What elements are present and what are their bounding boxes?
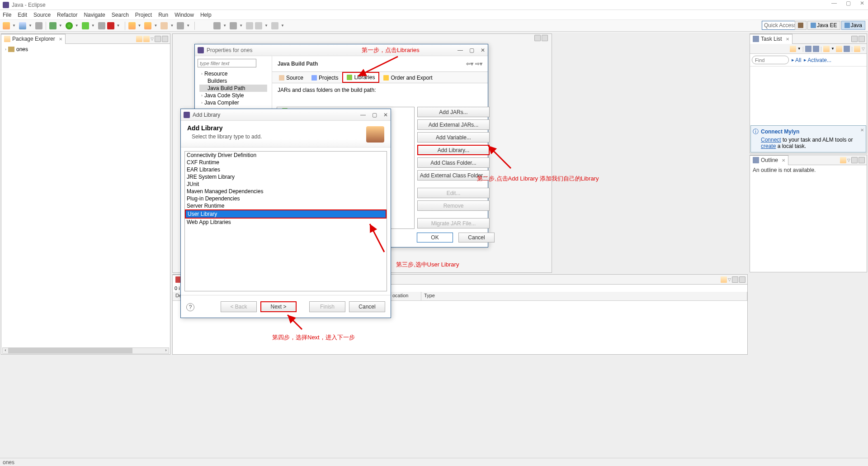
save-icon[interactable] bbox=[19, 22, 26, 29]
package-explorer-tab[interactable]: Package Explorer ✕ bbox=[1, 34, 66, 44]
filter-input[interactable] bbox=[198, 59, 256, 67]
all-filter[interactable]: ▸ All bbox=[792, 57, 801, 63]
lib-jre[interactable]: JRE System Library bbox=[185, 173, 387, 181]
scrollbar-thumb[interactable] bbox=[8, 348, 132, 353]
open-perspective-button[interactable] bbox=[795, 21, 807, 30]
open-icon[interactable] bbox=[160, 22, 168, 29]
minimize-icon[interactable]: — bbox=[360, 112, 366, 118]
scroll-right-icon[interactable]: › bbox=[163, 348, 169, 353]
connect-link[interactable]: Connect bbox=[761, 137, 781, 143]
minimize-icon[interactable]: — bbox=[458, 47, 463, 53]
menu-window[interactable]: Window bbox=[175, 12, 194, 18]
new-task-icon[interactable] bbox=[790, 46, 796, 52]
minimize-panel-icon[interactable] bbox=[732, 276, 738, 283]
fwd2-nav-icon[interactable] bbox=[271, 22, 278, 29]
add-variable-button[interactable]: Add Variable... bbox=[417, 132, 490, 143]
run-last-icon[interactable] bbox=[82, 22, 89, 29]
migrate-jar-button[interactable]: Migrate JAR File... bbox=[417, 218, 490, 228]
collapse-icon[interactable] bbox=[844, 46, 850, 52]
maximize-panel-icon[interactable] bbox=[859, 157, 865, 163]
lib-ear[interactable]: EAR Libraries bbox=[185, 166, 387, 173]
maximize-icon[interactable]: ▢ bbox=[372, 112, 377, 118]
find-input[interactable] bbox=[752, 56, 789, 64]
filter-icon[interactable] bbox=[854, 46, 860, 52]
categorize-icon[interactable] bbox=[805, 46, 811, 52]
library-type-list[interactable]: Connectivity Driver Definition CXF Runti… bbox=[184, 151, 387, 291]
add-library-button[interactable]: Add Library... bbox=[417, 145, 490, 155]
minimize-panel-icon[interactable] bbox=[851, 157, 858, 163]
filter-icon[interactable] bbox=[721, 276, 727, 283]
focus-icon[interactable] bbox=[823, 46, 830, 52]
prop-tree-compiler[interactable]: ›Java Compiler bbox=[199, 99, 267, 106]
maximize-icon[interactable]: ▢ bbox=[846, 0, 851, 6]
menu-refactor[interactable]: Refactor bbox=[57, 12, 77, 18]
create-link[interactable]: create bbox=[761, 143, 776, 149]
outline-action-icon[interactable] bbox=[840, 157, 846, 163]
collapse-all-icon[interactable] bbox=[136, 36, 142, 42]
close-icon[interactable]: ✕ bbox=[481, 47, 485, 53]
new-icon[interactable] bbox=[3, 22, 10, 29]
maximize-panel-icon[interactable] bbox=[739, 276, 745, 283]
cancel-button[interactable]: Cancel bbox=[458, 233, 495, 243]
lib-plugin[interactable]: Plug-in Dependencies bbox=[185, 195, 387, 202]
add-external-jars-button[interactable]: Add External JARs... bbox=[417, 119, 490, 130]
menu-run[interactable]: Run bbox=[158, 12, 168, 18]
prop-tree-builders[interactable]: Builders bbox=[199, 77, 267, 85]
close-icon[interactable]: ✕ bbox=[860, 0, 864, 6]
close-icon[interactable]: ✕ bbox=[383, 112, 388, 118]
maximize-panel-icon[interactable] bbox=[859, 36, 865, 42]
tab-source[interactable]: Source bbox=[275, 72, 307, 83]
edit-button[interactable]: Edit... bbox=[417, 188, 490, 198]
lib-maven[interactable]: Maven Managed Dependencies bbox=[185, 188, 387, 195]
hide-icon[interactable] bbox=[836, 46, 842, 52]
nav-icon[interactable] bbox=[213, 22, 221, 29]
fwd-nav-icon[interactable]: ⇨▾ bbox=[475, 61, 482, 67]
prop-tree-build-path[interactable]: Java Build Path bbox=[199, 85, 267, 92]
menu-help[interactable]: Help bbox=[200, 12, 212, 18]
col-location[interactable]: ocation bbox=[390, 292, 421, 300]
lib-cxf[interactable]: CXF Runtime bbox=[185, 159, 387, 166]
link-editor-icon[interactable] bbox=[143, 36, 150, 42]
maximize-panel-icon[interactable] bbox=[542, 35, 548, 41]
back-nav-icon[interactable] bbox=[246, 22, 253, 29]
prop-tree-code-style[interactable]: ›Java Code Style bbox=[199, 92, 267, 99]
menu-search[interactable]: Search bbox=[112, 12, 129, 18]
col-type[interactable]: Type bbox=[421, 292, 747, 300]
help-icon[interactable]: ? bbox=[186, 303, 194, 311]
ok-button[interactable]: OK bbox=[417, 233, 453, 243]
activate-link[interactable]: ▸ Activate... bbox=[804, 57, 831, 63]
menu-file[interactable]: File bbox=[3, 12, 11, 18]
coverage-icon[interactable] bbox=[98, 22, 105, 29]
ext-tools-icon[interactable] bbox=[107, 22, 114, 29]
menu-navigate[interactable]: Navigate bbox=[84, 12, 105, 18]
menu-project[interactable]: Project bbox=[135, 12, 152, 18]
expand-icon[interactable]: › bbox=[5, 47, 6, 52]
lib-server[interactable]: Server Runtime bbox=[185, 202, 387, 209]
lib-user-library[interactable]: User Library bbox=[185, 209, 387, 219]
lib-webapp[interactable]: Web App Libraries bbox=[185, 219, 387, 226]
search-icon[interactable] bbox=[177, 22, 184, 29]
add-class-folder-button[interactable]: Add Class Folder... bbox=[417, 157, 490, 168]
project-item[interactable]: › ones bbox=[5, 46, 166, 53]
next-button[interactable]: Next > bbox=[260, 301, 297, 312]
package-icon[interactable] bbox=[128, 22, 136, 29]
perspective-javaee[interactable]: Java EE bbox=[807, 21, 840, 30]
sync-icon[interactable] bbox=[813, 46, 819, 52]
close-tab-icon[interactable]: ✕ bbox=[782, 158, 785, 163]
close-tab-icon[interactable]: ✕ bbox=[786, 37, 789, 42]
horizontal-scrollbar[interactable]: ‹ › bbox=[2, 347, 169, 354]
maximize-icon[interactable]: ▢ bbox=[469, 47, 474, 53]
fwd-nav-icon[interactable] bbox=[255, 22, 262, 29]
tab-projects[interactable]: Projects bbox=[307, 72, 342, 83]
perspective-java[interactable]: Java bbox=[841, 21, 865, 30]
close-tab-icon[interactable]: ✕ bbox=[59, 37, 62, 42]
save-all-icon[interactable] bbox=[35, 22, 42, 29]
back-nav-icon[interactable]: ⇦▾ bbox=[466, 61, 473, 67]
finish-button[interactable]: Finish bbox=[309, 301, 345, 312]
run-icon[interactable] bbox=[66, 22, 73, 29]
minimize-icon[interactable]: — bbox=[831, 0, 837, 6]
cancel-button[interactable]: Cancel bbox=[349, 301, 385, 312]
nav2-icon[interactable] bbox=[230, 22, 237, 29]
add-jars-button[interactable]: Add JARs... bbox=[417, 107, 490, 117]
scroll-left-icon[interactable]: ‹ bbox=[3, 348, 8, 353]
